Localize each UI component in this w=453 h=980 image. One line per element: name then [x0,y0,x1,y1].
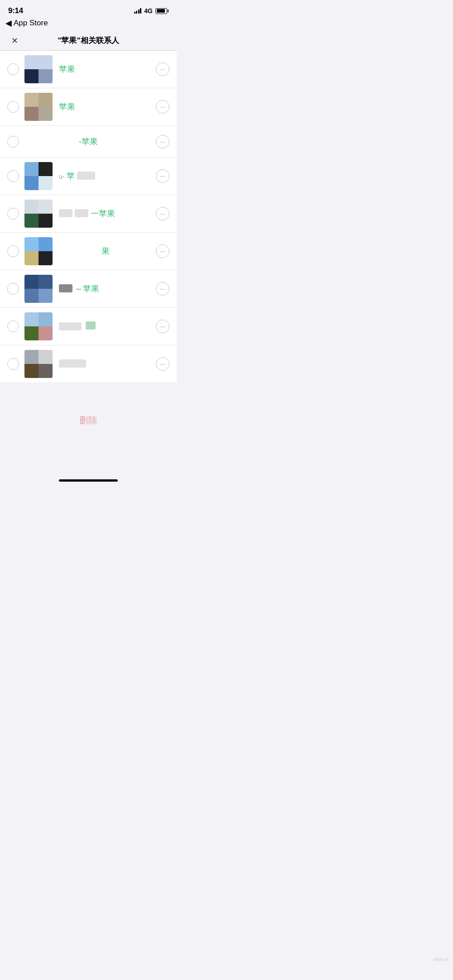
contact-name-7: ～苹果 [59,283,152,294]
avatar-6 [24,237,53,265]
signal-icon [134,8,142,14]
contact-item: ～苹果 ··· [0,270,177,308]
contact-name-1: 苹果 [59,64,152,75]
close-icon: ✕ [11,36,18,46]
radio-select-6[interactable] [7,245,19,257]
status-bar: 9:14 4G [0,0,177,17]
radio-select-1[interactable] [7,63,19,75]
avatar-2 [24,93,53,121]
radio-select-8[interactable] [7,320,19,332]
contact-name-4: u- 苹 [59,171,152,182]
status-icons: 4G [134,7,169,14]
contact-item: 果 ··· [0,233,177,270]
radio-select-3[interactable] [7,136,19,148]
contact-name-8 [59,321,152,332]
nav-back-bar: ◀ App Store [0,17,177,31]
bottom-area: 删除 [0,382,177,473]
back-arrow-icon: ◀ [5,18,12,28]
avatar-9 [24,350,53,378]
radio-select-7[interactable] [7,283,19,295]
contact-item: 苹果 ··· [0,88,177,126]
radio-select-4[interactable] [7,170,19,182]
contact-item: 一苹果 ··· [0,195,177,233]
more-button-4[interactable]: ··· [156,169,169,183]
contact-name-9 [59,359,152,369]
more-button-5[interactable]: ··· [156,207,169,220]
radio-select-9[interactable] [7,358,19,370]
more-button-1[interactable]: ··· [156,62,169,76]
home-indicator [0,473,177,485]
radio-select-2[interactable] [7,101,19,113]
contact-name-3: -苹果 [24,136,152,147]
contact-item: -苹果 ··· [0,126,177,158]
page-header: ✕ "苹果"相关联系人 [0,31,177,50]
more-button-2[interactable]: ··· [156,100,169,114]
more-button-7[interactable]: ··· [156,282,169,296]
contact-name-6: 果 [59,246,152,257]
battery-icon [155,8,169,14]
contact-item: 苹果 ··· [0,51,177,88]
more-button-9[interactable]: ··· [156,357,169,371]
avatar-4 [24,162,53,190]
close-button[interactable]: ✕ [7,33,22,48]
more-button-8[interactable]: ··· [156,320,169,333]
back-label[interactable]: App Store [14,19,48,28]
more-button-6[interactable]: ··· [156,244,169,258]
page-title: "苹果"相关联系人 [58,35,119,46]
contact-name-2: 苹果 [59,101,152,112]
contact-item: ··· [0,345,177,382]
contact-name-5: 一苹果 [59,208,152,219]
home-bar [59,479,118,482]
avatar-7 [24,275,53,303]
contact-item: ··· [0,308,177,345]
radio-select-5[interactable] [7,208,19,220]
avatar-8 [24,312,53,340]
avatar-5 [24,200,53,228]
status-time: 9:14 [8,6,23,15]
delete-button[interactable]: 删除 [79,414,97,426]
contact-item: u- 苹 ··· [0,158,177,195]
network-type: 4G [144,7,153,14]
avatar-1 [24,55,53,83]
contact-list: 苹果 ··· 苹果 ··· -苹果 ··· [0,51,177,382]
more-button-3[interactable]: ··· [156,135,169,148]
